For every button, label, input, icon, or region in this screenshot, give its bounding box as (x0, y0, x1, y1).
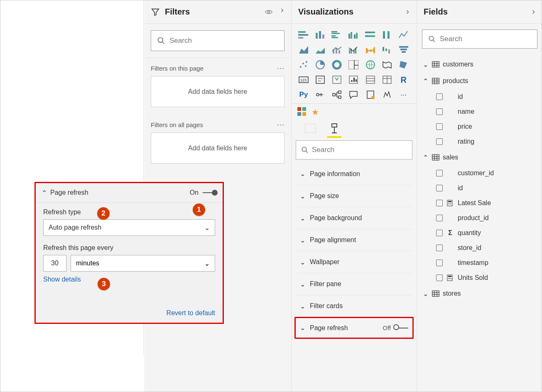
field-units-sold[interactable]: Units Sold (423, 270, 537, 285)
preview-icon[interactable] (265, 8, 273, 16)
ribbon-chart-icon[interactable] (363, 44, 378, 56)
checkbox[interactable] (436, 215, 443, 221)
star-icon[interactable]: ★ (311, 107, 321, 117)
section-page-information[interactable]: ⌄Page information (296, 163, 412, 185)
pie-chart-icon[interactable] (313, 59, 327, 71)
checkbox[interactable] (436, 185, 443, 191)
more-icon[interactable]: ··· (277, 64, 284, 73)
format-tab[interactable] (327, 120, 341, 138)
scatter-chart-icon[interactable] (297, 59, 311, 71)
fields-tab[interactable] (303, 120, 317, 138)
field-name[interactable]: name (423, 104, 537, 119)
field-customer_id[interactable]: customer_id (423, 166, 537, 181)
filled-map-icon[interactable] (380, 59, 394, 71)
revert-to-default-link[interactable]: Revert to default (167, 309, 215, 317)
field-id[interactable]: id (423, 89, 537, 104)
fields-search-input[interactable] (440, 35, 531, 43)
card-icon[interactable] (313, 74, 327, 86)
line-chart-icon[interactable] (397, 29, 411, 41)
interval-unit-select[interactable]: minutes ⌄ (71, 255, 215, 272)
python-visual-icon[interactable]: Py (297, 88, 311, 101)
fields-search[interactable] (422, 29, 537, 49)
section-page-size[interactable]: ⌄Page size (296, 185, 412, 207)
section-wallpaper[interactable]: ⌄Wallpaper (296, 251, 412, 273)
hundred-column-icon[interactable] (380, 29, 394, 41)
more-icon[interactable]: ··· (277, 120, 284, 129)
multi-row-card-icon[interactable] (330, 74, 344, 86)
checkbox[interactable] (436, 108, 443, 115)
table-sales[interactable]: ⌃sales (423, 149, 537, 166)
field-timestamp[interactable]: timestamp (423, 255, 537, 270)
donut-chart-icon[interactable] (330, 59, 344, 71)
filters-search[interactable] (151, 30, 284, 51)
collapse-icon[interactable] (531, 10, 536, 15)
field-product_id[interactable]: product_id (423, 211, 537, 225)
collapse-icon[interactable] (280, 8, 284, 16)
interval-value-input[interactable] (43, 255, 66, 272)
slicer-icon[interactable] (363, 74, 378, 86)
stacked-area-icon[interactable] (313, 44, 327, 56)
funnel-chart-icon[interactable] (397, 44, 411, 56)
collapse-icon[interactable] (405, 10, 410, 15)
area-chart-icon[interactable] (297, 44, 311, 56)
format-search-input[interactable] (312, 146, 407, 154)
qna-icon[interactable] (346, 88, 361, 101)
page-refresh-toggle[interactable]: Off (383, 324, 408, 331)
table-customers[interactable]: ⌄customers (423, 56, 537, 73)
checkbox[interactable] (436, 123, 443, 130)
treemap-icon[interactable] (346, 59, 361, 71)
filters-all-dropzone[interactable]: Add data fields here (151, 132, 284, 164)
interval-label: Refresh this page every (43, 244, 215, 252)
drill-controls: ★ (292, 103, 417, 118)
filters-page-dropzone[interactable]: Add data fields here (151, 76, 284, 107)
values-icon[interactable] (297, 107, 307, 117)
more-visuals-icon[interactable]: ··· (397, 88, 411, 101)
line-stacked-column-icon[interactable] (330, 44, 344, 56)
line-clustered-column-icon[interactable] (346, 44, 361, 56)
popup-toggle[interactable]: On (190, 189, 217, 196)
show-details-link[interactable]: Show details (43, 276, 81, 283)
popup-header[interactable]: ⌃ Page refresh On (36, 183, 223, 203)
clustered-column-icon[interactable] (346, 29, 361, 41)
hundred-bar-icon[interactable] (363, 29, 378, 41)
stacked-bar-icon[interactable] (297, 29, 311, 41)
table-icon[interactable] (380, 74, 394, 86)
waterfall-icon[interactable] (380, 44, 394, 56)
stacked-column-icon[interactable] (313, 29, 327, 41)
section-page-refresh[interactable]: ⌄ Page refresh Off (294, 317, 414, 339)
checkbox[interactable] (436, 170, 443, 176)
checkbox[interactable] (436, 138, 443, 145)
refresh-type-select[interactable]: Auto page refresh ⌄ (43, 219, 215, 236)
field-latest-sale[interactable]: Latest Sale (423, 196, 537, 211)
kpi-icon[interactable] (346, 74, 361, 86)
checkbox[interactable] (436, 230, 443, 236)
map-icon[interactable] (363, 59, 378, 71)
field-price[interactable]: price (423, 119, 537, 134)
field-store_id[interactable]: store_id (423, 240, 537, 255)
gauge-icon[interactable]: 123 (297, 74, 311, 86)
section-page-background[interactable]: ⌄Page background (296, 207, 412, 229)
checkbox[interactable] (436, 274, 443, 281)
key-influencers-icon[interactable] (313, 88, 327, 101)
paginated-report-icon[interactable] (363, 88, 378, 101)
checkbox[interactable] (436, 200, 443, 206)
field-rating[interactable]: rating (423, 134, 537, 149)
svg-rect-45 (354, 65, 358, 69)
arcgis-map-icon[interactable] (380, 88, 394, 101)
checkbox[interactable] (436, 93, 443, 100)
section-page-alignment[interactable]: ⌄Page alignment (296, 229, 412, 251)
shape-map-icon[interactable] (397, 59, 411, 71)
table-products[interactable]: ⌃products (423, 73, 537, 89)
r-visual-icon[interactable]: R (397, 74, 411, 86)
table-stores[interactable]: ⌄stores (423, 285, 537, 302)
field-quantity[interactable]: Σquantity (423, 225, 537, 240)
section-filter-cards[interactable]: ⌄Filter cards (296, 295, 412, 317)
format-search[interactable] (296, 140, 412, 159)
decomposition-tree-icon[interactable] (330, 88, 344, 101)
checkbox[interactable] (436, 260, 443, 266)
field-id[interactable]: id (423, 181, 537, 196)
checkbox[interactable] (436, 245, 443, 251)
filters-search-input[interactable] (169, 37, 278, 45)
clustered-bar-icon[interactable] (330, 29, 344, 41)
section-filter-pane[interactable]: ⌄Filter pane (296, 273, 412, 295)
